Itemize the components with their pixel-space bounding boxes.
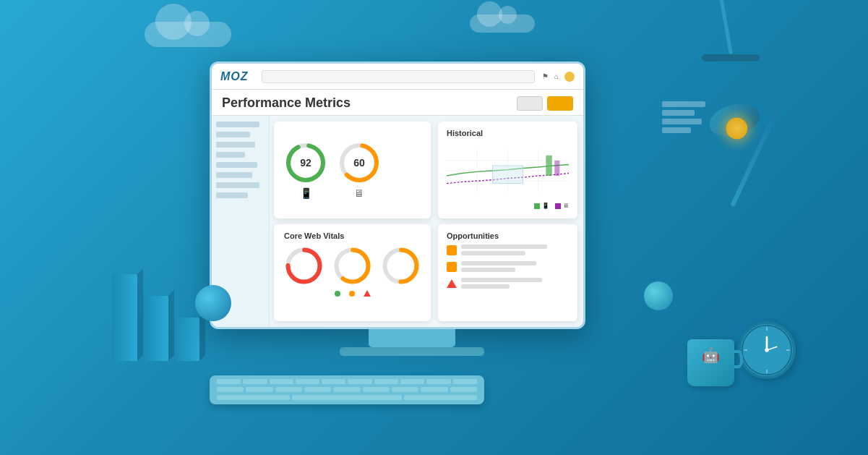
- lcp-donut: [284, 246, 324, 286]
- monitor-stand: [369, 329, 455, 347]
- opportunities-card: Opportunities: [438, 224, 577, 321]
- legend-mobile-color: [534, 203, 540, 209]
- home-icon: ⌂: [554, 72, 559, 80]
- vitals-legend: [284, 290, 421, 297]
- opp-line: [461, 251, 525, 255]
- key: [421, 387, 447, 392]
- sidebar-line: [216, 142, 255, 148]
- moz-header: MOZ ⚑ ⌂: [212, 64, 583, 90]
- svg-rect-12: [554, 161, 559, 176]
- mobile-score: 92 📱: [284, 141, 327, 199]
- opp-lines-3: [461, 278, 569, 289]
- opportunity-item-1: [447, 244, 569, 255]
- key: [426, 379, 450, 384]
- keyboard-row-1: [217, 379, 477, 385]
- main-content-grid: 92 📱 60 🖥: [212, 116, 583, 327]
- opportunities-title: Opportunities: [447, 231, 569, 240]
- legend-mobile: 📱: [534, 203, 549, 209]
- opportunity-item-3: [447, 278, 569, 289]
- mobile-donut: 92: [284, 141, 327, 184]
- historical-chart: [447, 142, 569, 200]
- needs-improvement-color: [349, 291, 355, 297]
- opp-icon-1: [447, 245, 457, 255]
- historical-title: Historical: [447, 129, 569, 137]
- legend-mobile-label: 📱: [542, 203, 549, 209]
- sidebar-line: [216, 182, 259, 188]
- key: [246, 387, 272, 392]
- vitals-legend-good: [335, 290, 340, 297]
- key-space: [217, 395, 290, 400]
- key: [400, 379, 424, 384]
- desktop-score: 60 🖥: [338, 141, 381, 199]
- opp-icon-3: [447, 279, 457, 288]
- cls-donut: [332, 246, 372, 286]
- core-web-vitals-card: Core Web Vitals: [274, 224, 431, 321]
- opp-line: [461, 278, 542, 282]
- analog-clock: [738, 321, 796, 379]
- sidebar-line: [216, 132, 250, 137]
- page-title: Performance Metrics: [222, 95, 351, 111]
- sidebar-line: [216, 122, 259, 127]
- key: [243, 379, 267, 384]
- key-spacebar: [292, 395, 402, 400]
- cloud-decoration-1: [145, 22, 231, 47]
- opp-line: [461, 284, 510, 289]
- decorative-sphere-right: [644, 281, 673, 310]
- keyboard: [210, 375, 484, 404]
- key: [322, 379, 345, 384]
- inactive-view-button[interactable]: [517, 96, 543, 111]
- decorative-bars-left: [112, 274, 199, 361]
- monitor-base: [340, 347, 484, 356]
- monitor-screen: MOZ ⚑ ⌂ Performance Metrics: [210, 61, 585, 329]
- key: [333, 387, 360, 392]
- opp-line: [461, 268, 515, 272]
- good-color: [335, 291, 340, 297]
- desktop-icon: 🖥: [354, 187, 364, 199]
- sidebar-line: [216, 192, 248, 198]
- search-bar[interactable]: [262, 70, 535, 83]
- decorative-sphere-left: [195, 285, 231, 321]
- legend-desktop: 🖥: [555, 203, 569, 209]
- keyboard-row-2: [217, 387, 477, 393]
- svg-rect-11: [546, 156, 551, 176]
- key: [374, 379, 398, 384]
- opp-lines-2: [461, 261, 569, 272]
- mobile-score-value: 92: [300, 157, 311, 169]
- key: [217, 387, 244, 392]
- key: [217, 379, 241, 384]
- historical-chart-card: Historical: [438, 122, 577, 218]
- key-enter: [404, 395, 477, 400]
- opp-line: [461, 244, 547, 249]
- view-toggle-buttons: [517, 96, 573, 111]
- key: [363, 387, 390, 392]
- key: [304, 387, 331, 392]
- key: [453, 379, 477, 384]
- user-avatar: [564, 72, 575, 82]
- desktop-donut: 60: [338, 141, 381, 184]
- opp-icon-2: [447, 262, 457, 272]
- active-view-button[interactable]: [547, 96, 573, 111]
- page-title-bar: Performance Metrics: [212, 90, 583, 116]
- moz-logo: MOZ: [220, 70, 249, 83]
- performance-score-card: 92 📱 60 🖥: [274, 122, 431, 218]
- legend-desktop-label: 🖥: [563, 203, 569, 209]
- decorative-bars-right: [662, 101, 705, 133]
- sidebar-line: [216, 172, 252, 178]
- sidebar-line: [216, 162, 257, 168]
- vitals-legend-poor: [364, 290, 371, 297]
- svg-rect-10: [492, 166, 523, 184]
- vitals-donuts: [284, 246, 421, 286]
- screen-content: MOZ ⚑ ⌂ Performance Metrics: [212, 64, 583, 327]
- poor-triangle: [364, 290, 371, 297]
- flag-icon: ⚑: [542, 72, 549, 80]
- legend-desktop-color: [555, 203, 561, 209]
- key: [392, 387, 418, 392]
- keyboard-row-3: [217, 395, 477, 401]
- historical-legend: 📱 🖥: [447, 203, 569, 209]
- opp-line: [461, 261, 536, 265]
- key: [450, 387, 477, 392]
- key: [275, 387, 302, 392]
- monitor: MOZ ⚑ ⌂ Performance Metrics: [210, 61, 614, 365]
- sidebar-line: [216, 152, 245, 158]
- vitals-title: Core Web Vitals: [284, 231, 421, 240]
